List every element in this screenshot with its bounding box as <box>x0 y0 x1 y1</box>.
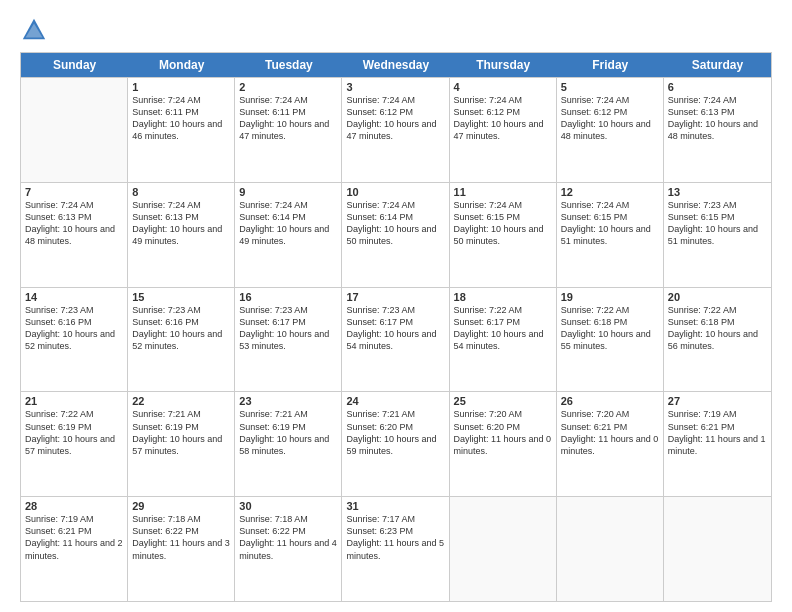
calendar-cell: 30Sunrise: 7:18 AM Sunset: 6:22 PM Dayli… <box>235 497 342 601</box>
calendar-cell: 2Sunrise: 7:24 AM Sunset: 6:11 PM Daylig… <box>235 78 342 182</box>
day-info: Sunrise: 7:17 AM Sunset: 6:23 PM Dayligh… <box>346 513 444 562</box>
calendar-cell: 31Sunrise: 7:17 AM Sunset: 6:23 PM Dayli… <box>342 497 449 601</box>
calendar-cell <box>557 497 664 601</box>
day-number: 5 <box>561 81 659 93</box>
calendar-row: 7Sunrise: 7:24 AM Sunset: 6:13 PM Daylig… <box>21 182 771 287</box>
day-number: 10 <box>346 186 444 198</box>
calendar-cell: 1Sunrise: 7:24 AM Sunset: 6:11 PM Daylig… <box>128 78 235 182</box>
calendar-cell: 4Sunrise: 7:24 AM Sunset: 6:12 PM Daylig… <box>450 78 557 182</box>
day-info: Sunrise: 7:24 AM Sunset: 6:13 PM Dayligh… <box>25 199 123 248</box>
calendar-cell: 14Sunrise: 7:23 AM Sunset: 6:16 PM Dayli… <box>21 288 128 392</box>
day-info: Sunrise: 7:21 AM Sunset: 6:19 PM Dayligh… <box>239 408 337 457</box>
day-number: 4 <box>454 81 552 93</box>
calendar-cell: 16Sunrise: 7:23 AM Sunset: 6:17 PM Dayli… <box>235 288 342 392</box>
calendar-cell <box>450 497 557 601</box>
calendar-cell: 20Sunrise: 7:22 AM Sunset: 6:18 PM Dayli… <box>664 288 771 392</box>
day-info: Sunrise: 7:22 AM Sunset: 6:19 PM Dayligh… <box>25 408 123 457</box>
day-number: 8 <box>132 186 230 198</box>
day-info: Sunrise: 7:18 AM Sunset: 6:22 PM Dayligh… <box>239 513 337 562</box>
calendar-cell: 18Sunrise: 7:22 AM Sunset: 6:17 PM Dayli… <box>450 288 557 392</box>
logo-icon <box>20 16 48 44</box>
day-number: 25 <box>454 395 552 407</box>
day-number: 12 <box>561 186 659 198</box>
day-number: 11 <box>454 186 552 198</box>
day-info: Sunrise: 7:23 AM Sunset: 6:16 PM Dayligh… <box>132 304 230 353</box>
calendar-cell: 11Sunrise: 7:24 AM Sunset: 6:15 PM Dayli… <box>450 183 557 287</box>
day-number: 24 <box>346 395 444 407</box>
day-info: Sunrise: 7:23 AM Sunset: 6:16 PM Dayligh… <box>25 304 123 353</box>
day-info: Sunrise: 7:24 AM Sunset: 6:13 PM Dayligh… <box>668 94 767 143</box>
day-info: Sunrise: 7:23 AM Sunset: 6:17 PM Dayligh… <box>239 304 337 353</box>
day-number: 19 <box>561 291 659 303</box>
day-number: 14 <box>25 291 123 303</box>
day-info: Sunrise: 7:18 AM Sunset: 6:22 PM Dayligh… <box>132 513 230 562</box>
calendar-cell: 27Sunrise: 7:19 AM Sunset: 6:21 PM Dayli… <box>664 392 771 496</box>
day-number: 30 <box>239 500 337 512</box>
calendar-cell <box>664 497 771 601</box>
day-number: 16 <box>239 291 337 303</box>
calendar-header-cell: Sunday <box>21 53 128 77</box>
day-info: Sunrise: 7:24 AM Sunset: 6:14 PM Dayligh… <box>239 199 337 248</box>
day-info: Sunrise: 7:20 AM Sunset: 6:21 PM Dayligh… <box>561 408 659 457</box>
day-number: 27 <box>668 395 767 407</box>
calendar: SundayMondayTuesdayWednesdayThursdayFrid… <box>20 52 772 602</box>
day-info: Sunrise: 7:24 AM Sunset: 6:14 PM Dayligh… <box>346 199 444 248</box>
calendar-body: 1Sunrise: 7:24 AM Sunset: 6:11 PM Daylig… <box>21 77 771 601</box>
calendar-header: SundayMondayTuesdayWednesdayThursdayFrid… <box>21 53 771 77</box>
day-number: 13 <box>668 186 767 198</box>
day-info: Sunrise: 7:24 AM Sunset: 6:11 PM Dayligh… <box>239 94 337 143</box>
calendar-cell: 25Sunrise: 7:20 AM Sunset: 6:20 PM Dayli… <box>450 392 557 496</box>
calendar-cell: 15Sunrise: 7:23 AM Sunset: 6:16 PM Dayli… <box>128 288 235 392</box>
calendar-row: 21Sunrise: 7:22 AM Sunset: 6:19 PM Dayli… <box>21 391 771 496</box>
day-info: Sunrise: 7:24 AM Sunset: 6:12 PM Dayligh… <box>561 94 659 143</box>
calendar-header-cell: Friday <box>557 53 664 77</box>
day-number: 9 <box>239 186 337 198</box>
calendar-row: 28Sunrise: 7:19 AM Sunset: 6:21 PM Dayli… <box>21 496 771 601</box>
calendar-cell: 19Sunrise: 7:22 AM Sunset: 6:18 PM Dayli… <box>557 288 664 392</box>
calendar-header-cell: Tuesday <box>235 53 342 77</box>
calendar-cell: 5Sunrise: 7:24 AM Sunset: 6:12 PM Daylig… <box>557 78 664 182</box>
day-info: Sunrise: 7:22 AM Sunset: 6:18 PM Dayligh… <box>668 304 767 353</box>
calendar-row: 14Sunrise: 7:23 AM Sunset: 6:16 PM Dayli… <box>21 287 771 392</box>
day-info: Sunrise: 7:24 AM Sunset: 6:11 PM Dayligh… <box>132 94 230 143</box>
calendar-cell: 22Sunrise: 7:21 AM Sunset: 6:19 PM Dayli… <box>128 392 235 496</box>
calendar-cell: 8Sunrise: 7:24 AM Sunset: 6:13 PM Daylig… <box>128 183 235 287</box>
header <box>20 16 772 44</box>
calendar-cell: 9Sunrise: 7:24 AM Sunset: 6:14 PM Daylig… <box>235 183 342 287</box>
calendar-cell: 26Sunrise: 7:20 AM Sunset: 6:21 PM Dayli… <box>557 392 664 496</box>
day-info: Sunrise: 7:22 AM Sunset: 6:17 PM Dayligh… <box>454 304 552 353</box>
day-number: 22 <box>132 395 230 407</box>
day-number: 1 <box>132 81 230 93</box>
calendar-header-cell: Saturday <box>664 53 771 77</box>
calendar-header-cell: Monday <box>128 53 235 77</box>
calendar-cell: 21Sunrise: 7:22 AM Sunset: 6:19 PM Dayli… <box>21 392 128 496</box>
day-number: 28 <box>25 500 123 512</box>
calendar-cell <box>21 78 128 182</box>
day-info: Sunrise: 7:23 AM Sunset: 6:15 PM Dayligh… <box>668 199 767 248</box>
calendar-header-cell: Thursday <box>450 53 557 77</box>
day-info: Sunrise: 7:24 AM Sunset: 6:15 PM Dayligh… <box>454 199 552 248</box>
day-number: 18 <box>454 291 552 303</box>
day-info: Sunrise: 7:23 AM Sunset: 6:17 PM Dayligh… <box>346 304 444 353</box>
calendar-cell: 12Sunrise: 7:24 AM Sunset: 6:15 PM Dayli… <box>557 183 664 287</box>
calendar-cell: 24Sunrise: 7:21 AM Sunset: 6:20 PM Dayli… <box>342 392 449 496</box>
day-number: 21 <box>25 395 123 407</box>
day-number: 20 <box>668 291 767 303</box>
calendar-cell: 10Sunrise: 7:24 AM Sunset: 6:14 PM Dayli… <box>342 183 449 287</box>
day-info: Sunrise: 7:20 AM Sunset: 6:20 PM Dayligh… <box>454 408 552 457</box>
day-number: 26 <box>561 395 659 407</box>
day-info: Sunrise: 7:22 AM Sunset: 6:18 PM Dayligh… <box>561 304 659 353</box>
day-number: 29 <box>132 500 230 512</box>
day-info: Sunrise: 7:24 AM Sunset: 6:15 PM Dayligh… <box>561 199 659 248</box>
calendar-cell: 29Sunrise: 7:18 AM Sunset: 6:22 PM Dayli… <box>128 497 235 601</box>
calendar-cell: 17Sunrise: 7:23 AM Sunset: 6:17 PM Dayli… <box>342 288 449 392</box>
day-number: 3 <box>346 81 444 93</box>
calendar-cell: 23Sunrise: 7:21 AM Sunset: 6:19 PM Dayli… <box>235 392 342 496</box>
day-number: 17 <box>346 291 444 303</box>
calendar-cell: 6Sunrise: 7:24 AM Sunset: 6:13 PM Daylig… <box>664 78 771 182</box>
logo <box>20 16 52 44</box>
calendar-cell: 7Sunrise: 7:24 AM Sunset: 6:13 PM Daylig… <box>21 183 128 287</box>
day-info: Sunrise: 7:21 AM Sunset: 6:20 PM Dayligh… <box>346 408 444 457</box>
calendar-cell: 3Sunrise: 7:24 AM Sunset: 6:12 PM Daylig… <box>342 78 449 182</box>
day-number: 6 <box>668 81 767 93</box>
